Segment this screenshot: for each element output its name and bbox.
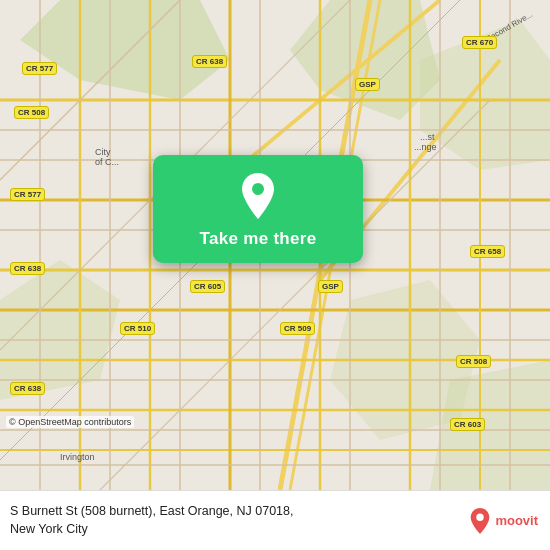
bottom-bar: S Burnett St (508 burnett), East Orange,… [0, 490, 550, 550]
svg-text:of C...: of C... [95, 157, 119, 167]
road-label-gsp-top: GSP [355, 78, 380, 91]
road-label-cr508-left: CR 508 [14, 106, 49, 119]
location-pin-icon [239, 173, 277, 219]
map-container: City of C... ...st ...nge Irvington Seco… [0, 0, 550, 490]
take-me-there-label: Take me there [200, 229, 317, 249]
moovit-label: moovit [495, 513, 538, 528]
svg-text:...nge: ...nge [414, 142, 437, 152]
road-label-cr510: CR 510 [120, 322, 155, 335]
road-label-cr577-top: CR 577 [22, 62, 57, 75]
svg-point-49 [252, 183, 264, 195]
road-label-cr638-bot: CR 638 [10, 382, 45, 395]
road-label-cr638-top: CR 638 [192, 55, 227, 68]
svg-text:Irvington: Irvington [60, 452, 95, 462]
osm-attribution: © OpenStreetMap contributors [6, 416, 134, 428]
address-block: S Burnett St (508 burnett), East Orange,… [10, 503, 469, 538]
svg-point-50 [477, 513, 484, 520]
road-label-cr508-bot: CR 508 [456, 355, 491, 368]
road-label-cr509: CR 509 [280, 322, 315, 335]
address-line1: S Burnett St (508 burnett), East Orange,… [10, 503, 469, 521]
moovit-logo: moovit [469, 508, 538, 534]
svg-text:City: City [95, 147, 111, 157]
road-label-cr577-mid: CR 577 [10, 188, 45, 201]
take-me-there-card[interactable]: Take me there [153, 155, 363, 263]
road-label-gsp-mid: GSP [318, 280, 343, 293]
svg-text:...st: ...st [420, 132, 435, 142]
road-label-cr670: CR 670 [462, 36, 497, 49]
road-label-cr638-mid: CR 638 [10, 262, 45, 275]
road-label-cr603: CR 603 [450, 418, 485, 431]
road-label-cr658: CR 658 [470, 245, 505, 258]
moovit-pin-icon [469, 508, 491, 534]
address-line2: New York City [10, 521, 469, 539]
road-label-cr605: CR 605 [190, 280, 225, 293]
